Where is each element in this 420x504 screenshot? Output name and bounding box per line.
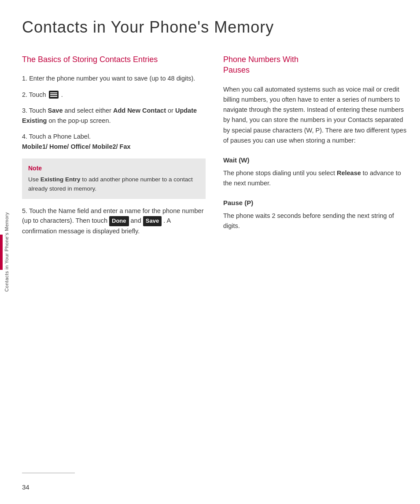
main-content: Contacts in Your Phone's Memory The Basi… — [22, 0, 407, 242]
step-3-text-before: Touch — [29, 107, 48, 114]
save-button: Save — [143, 216, 162, 226]
step-2-num: 2. — [22, 91, 29, 98]
note-bold: Existing Entry — [41, 176, 81, 183]
step-4-text-before: Touch a Phone Label. — [29, 133, 91, 140]
step-2: 2. Touch . — [22, 90, 206, 99]
left-section-heading: The Basics of Storing Contacts Entries — [22, 54, 206, 65]
right-body: When you call automated systems such as … — [223, 85, 407, 146]
step-3-add-new: Add New Contact — [113, 107, 166, 114]
step-4-labels: Mobile1/ Home/ Office/ Mobile2/ Fax — [22, 143, 131, 150]
step-1-text: Enter the phone number you want to save … — [29, 75, 195, 82]
right-column: Phone Numbers With Pauses When you call … — [223, 54, 407, 242]
step-1: 1. Enter the phone number you want to sa… — [22, 74, 206, 83]
side-tab-label: Contacts in Your Phone's Memory — [4, 212, 9, 292]
two-column-layout: The Basics of Storing Contacts Entries 1… — [22, 54, 407, 242]
wait-body: The phone stops dialing until you select… — [223, 168, 407, 188]
step-3: 3. Touch Save and select either Add New … — [22, 106, 206, 125]
step-2-period: . — [61, 91, 63, 98]
subsection-wait: Wait (W) The phone stops dialing until y… — [223, 156, 407, 188]
step-5: 5. Touch the Name field and enter a name… — [22, 206, 206, 236]
subsection-pause: Pause (P) The phone waits 2 seconds befo… — [223, 199, 407, 231]
note-box: Note Use Existing Entry to add another p… — [22, 158, 206, 199]
left-column: The Basics of Storing Contacts Entries 1… — [22, 54, 206, 242]
step-3-mid: and select either — [63, 107, 113, 114]
wait-heading: Wait (W) — [223, 156, 407, 164]
divider-line — [22, 473, 75, 473]
step-2-text: Touch — [29, 91, 46, 98]
side-tab-bar — [0, 235, 3, 270]
page-container: Contacts in Your Phone's Memory Contacts… — [0, 0, 420, 504]
step-5-num: 5. — [22, 207, 27, 214]
step-5-text2: and — [131, 217, 143, 224]
step-3-num: 3. — [22, 107, 29, 114]
side-tab: Contacts in Your Phone's Memory — [0, 0, 13, 504]
step-3-end: on the pop-up screen. — [47, 117, 111, 124]
step-4: 4. Touch a Phone Label. Mobile1/ Home/ O… — [22, 132, 206, 151]
step-4-num: 4. — [22, 133, 29, 140]
page-number: 34 — [22, 483, 29, 491]
steps-list: 1. Enter the phone number you want to sa… — [22, 74, 206, 151]
step-3-or: or — [166, 107, 175, 114]
menu-icon — [49, 91, 59, 99]
pause-heading: Pause (P) — [223, 199, 407, 206]
done-button: Done — [109, 216, 129, 226]
pause-body: The phone waits 2 seconds before sending… — [223, 211, 407, 231]
note-label: Note — [28, 164, 199, 173]
note-text-before: Use — [28, 176, 41, 183]
page-title: Contacts in Your Phone's Memory — [22, 18, 407, 37]
step-1-num: 1. — [22, 75, 29, 82]
right-section-heading: Phone Numbers With Pauses — [223, 54, 407, 76]
step-3-save: Save — [48, 107, 63, 114]
